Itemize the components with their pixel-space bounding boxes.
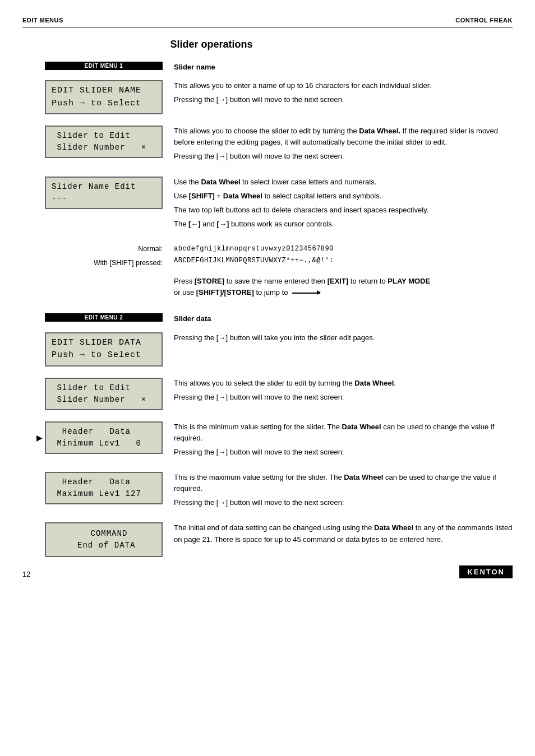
lcd8-block: COMMAND End of DATA: [22, 521, 174, 557]
left-arrow-icon: ▶: [36, 433, 43, 442]
store-play-section: Press [STORE] to save the name entered t…: [22, 275, 513, 301]
page-footer: 12 KENTON: [22, 565, 513, 578]
desc1-p1: This allows you to enter a name of up to…: [174, 80, 513, 91]
edit-menu-1-badge-block: EDIT MENU 1: [22, 61, 174, 71]
lcd1-block: EDIT SLIDER NAME Push → to Select: [22, 79, 174, 114]
desc-m2-1: Pressing the [→] button will take you in…: [174, 332, 513, 344]
desc-m2-5-block: The initial end of data setting can be c…: [174, 521, 513, 548]
header-left: EDIT MENUS: [22, 17, 63, 24]
desc-m2-5-p1: The initial end of data setting can be c…: [174, 522, 513, 545]
store-play-block: Press [STORE] to save the name entered t…: [174, 275, 513, 301]
lcd7-block: Header Data Maximum Lev1 127: [22, 471, 174, 504]
lcd5-screen: Slider to Edit Slider Number ×: [45, 378, 163, 410]
lcd3-screen: Slider Name Edit ---: [45, 177, 163, 209]
desc-m2-3-p1: This is the minimum value setting for th…: [174, 421, 513, 444]
shift-label: With [SHIFT] pressed:: [94, 257, 163, 270]
store-play-text: Press [STORE] to save the name entered t…: [174, 276, 513, 298]
normal-chars: abcdefghijklmnopqrstuvwxyz01234567890: [174, 244, 513, 254]
desc-m2-4-p1: This is the maximum value setting for th…: [174, 472, 513, 494]
desc-m2-3-block: This is the minimum value setting for th…: [174, 420, 513, 461]
lcd5-block: Slider to Edit Slider Number ×: [22, 377, 174, 410]
desc3-p2: Use [SHIFT] + Data Wheel to select capit…: [174, 191, 513, 202]
desc2-p2: Pressing the [→] button will move to the…: [174, 151, 513, 162]
slider-data-title-block: Slider data: [174, 312, 513, 327]
section-slider-to-edit-1: Slider to Edit Slider Number × This allo…: [22, 124, 513, 165]
desc-m2-2-p1: This allows you to select the slider to …: [174, 378, 513, 389]
desc3-p1: Use the Data Wheel to select lower case …: [174, 177, 513, 188]
slider-name-title-block: Slider name: [174, 61, 513, 76]
section-slider-to-edit-2: Slider to Edit Slider Number × This allo…: [22, 377, 513, 410]
desc-m2-3-p2: Pressing the [→] button will move to the…: [174, 447, 513, 458]
section-edit-slider-data: EDIT SLIDER DATA Push → to Select Pressi…: [22, 331, 513, 367]
lcd6-screen: Header Data Minimum Lev1 0: [45, 421, 163, 454]
desc2-p1: This allows you to choose the slider to …: [174, 126, 513, 148]
desc2-block: This allows you to choose the slider to …: [174, 124, 513, 165]
shift-chars: ABCDEFGHIJKLMNOPQRSTUVWXYZ*÷+−.,&@!′:: [174, 256, 513, 266]
brand-badge: KENTON: [459, 565, 513, 578]
slider-data-title: Slider data: [174, 313, 513, 324]
desc1-p2: Pressing the [→] button will move to the…: [174, 94, 513, 105]
edit-menu-2-badge: EDIT MENU 2: [45, 313, 163, 322]
section-command-end-data: COMMAND End of DATA The initial end of d…: [22, 521, 513, 557]
lcd2-block: Slider to Edit Slider Number ×: [22, 124, 174, 158]
char-label-block: Normal: With [SHIFT] pressed:: [22, 243, 174, 269]
page-header: EDIT MENUS CONTROL FREAK: [22, 17, 513, 27]
desc3-p4: The [←] and [→] buttons work as cursor c…: [174, 219, 513, 230]
section-slider-name-edit: Slider Name Edit --- Use the Data Wheel …: [22, 175, 513, 233]
desc-m2-2-p2: Pressing the [→] button will move to the…: [174, 392, 513, 403]
normal-label: Normal:: [94, 243, 163, 256]
desc-m2-1-block: Pressing the [→] button will take you in…: [174, 331, 513, 346]
page: EDIT MENUS CONTROL FREAK Slider operatio…: [0, 0, 535, 590]
page-number: 12: [22, 570, 30, 578]
lcd6-block: ▶ Header Data Minimum Lev1 0: [22, 420, 174, 454]
lcd1-screen: EDIT SLIDER NAME Push → to Select: [45, 80, 163, 114]
desc-m2-2-block: This allows you to select the slider to …: [174, 377, 513, 406]
slider-name-title: Slider name: [174, 62, 513, 73]
section-maximum-level: Header Data Maximum Lev1 127 This is the…: [22, 471, 513, 511]
page-title: Slider operations: [0, 39, 513, 50]
lcd8-screen: COMMAND End of DATA: [45, 522, 163, 557]
section-minimum-level: ▶ Header Data Minimum Lev1 0 This is the…: [22, 420, 513, 461]
header-right: CONTROL FREAK: [455, 17, 513, 24]
section-edit-slider-name: EDIT SLIDER NAME Push → to Select This a…: [22, 79, 513, 114]
char-values-block: abcdefghijklmnopqrstuvwxyz01234567890 AB…: [174, 243, 513, 266]
desc3-p3: The two top left buttons act to delete c…: [174, 205, 513, 216]
lcd7-screen: Header Data Maximum Lev1 127: [45, 472, 163, 504]
desc3-block: Use the Data Wheel to select lower case …: [174, 175, 513, 233]
lcd2-screen: Slider to Edit Slider Number ×: [45, 126, 163, 158]
lcd3-block: Slider Name Edit ---: [22, 175, 174, 209]
lcd6-with-arrow: ▶ Header Data Minimum Lev1 0: [36, 421, 163, 454]
desc-m2-4-p2: Pressing the [→] button will move to the…: [174, 497, 513, 508]
lcd4-screen: EDIT SLIDER DATA Push → to Select: [45, 332, 163, 367]
char-table-section: Normal: With [SHIFT] pressed: abcdefghij…: [22, 243, 513, 269]
desc1-block: This allows you to enter a name of up to…: [174, 79, 513, 108]
desc-m2-4-block: This is the maximum value setting for th…: [174, 471, 513, 511]
lcd4-block: EDIT SLIDER DATA Push → to Select: [22, 331, 174, 367]
edit-menu-1-badge: EDIT MENU 1: [45, 62, 163, 70]
edit-menu-2-badge-block: EDIT MENU 2: [22, 312, 174, 323]
